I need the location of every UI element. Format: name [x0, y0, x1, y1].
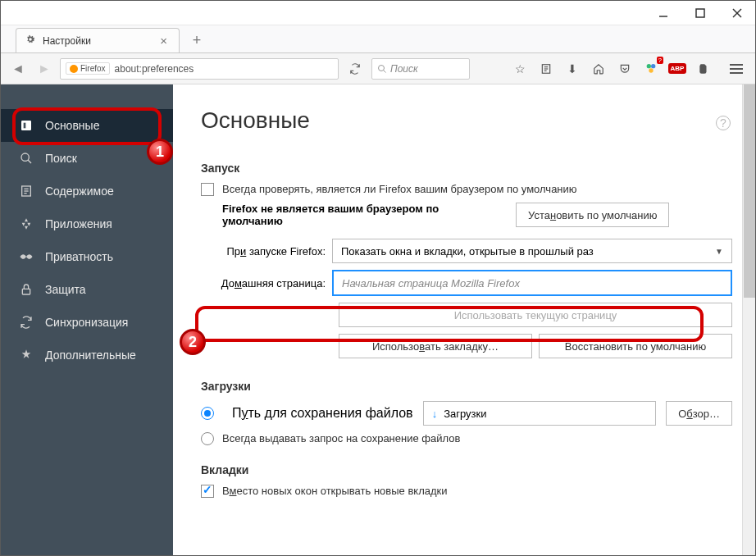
minimize-button[interactable] [644, 1, 681, 25]
tab-title: Настройки [43, 35, 91, 47]
sidebar-label: Приватность [45, 250, 113, 263]
firefox-icon [70, 65, 78, 73]
forward-button[interactable]: ► [34, 58, 55, 80]
page-title: Основные [201, 107, 732, 134]
set-default-button[interactable]: Установить по умолчанию [516, 203, 669, 227]
security-icon [19, 283, 34, 296]
homepage-label: Домашняя страница: [201, 277, 332, 289]
browse-button[interactable]: Обзор… [666, 401, 732, 426]
save-to-label: Путь для сохранения файлов [232, 406, 413, 421]
toolbar: ◄ ► Firefox about:preferences Поиск ☆ ⬇ … [1, 53, 755, 84]
evernote-icon[interactable] [691, 58, 716, 80]
general-icon [19, 119, 34, 132]
sidebar-label: Поиск [45, 152, 77, 165]
svg-point-12 [649, 68, 653, 72]
applications-icon [19, 217, 34, 230]
tab-strip: Настройки × + [1, 25, 755, 53]
scrollbar-thumb[interactable] [744, 84, 755, 298]
privacy-icon [19, 252, 34, 262]
identity-badge: Firefox [66, 62, 110, 75]
close-window-button[interactable] [718, 1, 755, 25]
abp-icon[interactable]: ABP [665, 58, 690, 80]
sidebar-item-content[interactable]: Содержимое [1, 175, 173, 207]
on-start-select[interactable]: Показать окна и вкладки, открытые в прош… [332, 239, 732, 263]
chevron-down-icon: ▼ [715, 247, 723, 256]
always-ask-label: Всегда выдавать запрос на сохранение фай… [222, 432, 460, 444]
tabs-heading: Вкладки [201, 463, 732, 476]
svg-rect-14 [24, 123, 26, 129]
downloads-icon[interactable]: ⬇ [560, 58, 585, 80]
download-arrow-icon: ↓ [432, 408, 438, 420]
tab-close-button[interactable]: × [157, 34, 171, 48]
pocket-icon[interactable] [613, 58, 637, 80]
sidebar-label: Защита [45, 283, 86, 296]
menu-button[interactable] [724, 58, 749, 80]
startup-heading: Запуск [201, 162, 732, 175]
svg-rect-13 [21, 121, 31, 130]
homepage-input[interactable]: Начальная страница Mozilla Firefox [332, 270, 732, 296]
url-text: about:preferences [115, 63, 194, 75]
reader-icon[interactable] [534, 58, 558, 80]
scrollbar[interactable] [742, 84, 755, 556]
always-ask-radio[interactable] [201, 432, 214, 445]
sidebar-item-security[interactable]: Защита [1, 273, 173, 306]
save-to-radio[interactable] [201, 407, 214, 420]
sidebar-item-search[interactable]: Поиск [1, 142, 173, 175]
url-bar[interactable]: Firefox about:preferences [60, 58, 339, 80]
restore-default-button[interactable]: Восстановить по умолчанию [539, 334, 732, 358]
on-start-label: При запуске Firefox: [201, 245, 332, 257]
maximize-button[interactable] [681, 1, 718, 25]
open-in-tabs-label: Вместо новых окон открывать новые вкладк… [222, 485, 448, 497]
search-icon [19, 152, 34, 165]
svg-line-16 [28, 160, 31, 163]
check-default-label: Всегда проверять, является ли Firefox ва… [222, 183, 577, 195]
svg-point-11 [651, 64, 655, 68]
not-default-message: Firefox не является вашим браузером по у… [222, 203, 501, 227]
sidebar-label: Дополнительные [45, 349, 136, 362]
search-icon [377, 64, 387, 74]
sidebar-item-sync[interactable]: Синхронизация [1, 306, 173, 339]
sidebar-item-privacy[interactable]: Приватность [1, 240, 173, 273]
svg-rect-1 [696, 9, 704, 17]
sidebar-label: Содержимое [45, 185, 114, 198]
sidebar-label: Основные [45, 119, 99, 132]
check-default-checkbox[interactable] [201, 183, 214, 196]
window-titlebar [1, 1, 755, 25]
back-button[interactable]: ◄ [7, 58, 29, 80]
use-bookmark-button[interactable]: Использовать закладку… [339, 334, 532, 358]
toolbar-icons: ☆ ⬇ ? ABP [508, 58, 716, 80]
bookmark-star-icon[interactable]: ☆ [508, 58, 532, 80]
search-box[interactable]: Поиск [371, 58, 470, 80]
video-downloader-icon[interactable]: ? [639, 58, 663, 80]
preferences-sidebar: Основные Поиск Содержимое Приложения При… [1, 84, 173, 556]
svg-point-15 [21, 153, 29, 161]
svg-line-5 [384, 70, 386, 72]
gear-icon [25, 34, 36, 48]
open-in-tabs-checkbox[interactable] [201, 485, 214, 498]
help-button[interactable]: ? [716, 116, 731, 130]
sidebar-label: Синхронизация [45, 316, 128, 329]
sidebar-item-advanced[interactable]: Дополнительные [1, 339, 173, 371]
reload-button[interactable] [344, 58, 367, 80]
home-icon[interactable] [586, 58, 611, 80]
preferences-main: ? Основные Запуск Всегда проверять, явля… [173, 84, 755, 556]
sidebar-label: Приложения [45, 217, 112, 230]
svg-point-4 [379, 65, 385, 71]
advanced-icon [19, 349, 34, 362]
tab-preferences[interactable]: Настройки × [16, 28, 180, 52]
sidebar-item-general[interactable]: Основные [1, 109, 173, 142]
download-path-box[interactable]: ↓ Загрузки [423, 401, 657, 426]
use-current-page-button[interactable]: Использовать текущую страницу [339, 303, 732, 327]
svg-point-10 [647, 64, 651, 68]
content-icon [19, 185, 34, 198]
content-area: Основные Поиск Содержимое Приложения При… [1, 84, 755, 556]
new-tab-button[interactable]: + [184, 28, 209, 52]
check-default-row: Всегда проверять, является ли Firefox ва… [201, 183, 732, 196]
svg-rect-21 [22, 289, 30, 294]
sidebar-item-applications[interactable]: Приложения [1, 207, 173, 240]
sync-icon [19, 316, 34, 329]
downloads-heading: Загрузки [201, 380, 732, 393]
